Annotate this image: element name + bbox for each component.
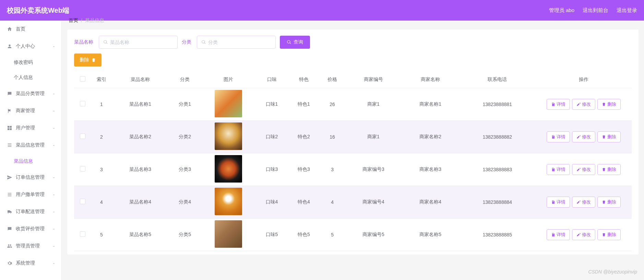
goto-front-link[interactable]: 退出到前台 [583, 7, 608, 14]
row-checkbox[interactable] [80, 166, 85, 172]
chevron-down-icon [52, 226, 56, 231]
cell-price: 3 [320, 153, 345, 186]
sidebar-subitem-菜品信息[interactable]: 菜品信息 [0, 154, 61, 169]
cell-shop-no: 商家1 [345, 88, 402, 120]
table-row: 5菜品名称5分类5口味5特色55商家编号5商家名称513823888885详情修… [74, 218, 632, 251]
dish-thumbnail [215, 122, 242, 150]
cell-actions: 详情修改删除 [536, 186, 632, 218]
table-header-row: 索引菜品名称分类图片口味特色价格商家编号商家名称联系电话操作 [74, 71, 632, 88]
sidebar-item-菜品分类管理[interactable]: 菜品分类管理 [0, 85, 61, 102]
cell-idx: 2 [91, 120, 112, 153]
cell-name: 菜品名称5 [112, 218, 169, 251]
cell-category: 分类5 [169, 218, 201, 251]
cell-idx: 5 [91, 218, 112, 251]
detail-button[interactable]: 详情 [547, 197, 570, 208]
cell-category: 分类1 [169, 88, 201, 120]
dish-thumbnail [215, 90, 242, 117]
dish-thumbnail [215, 155, 242, 183]
data-table: 索引菜品名称分类图片口味特色价格商家编号商家名称联系电话操作 1菜品名称1分类1… [74, 71, 632, 251]
trash-icon [602, 233, 606, 237]
breadcrumb-current: 菜品信息 [85, 18, 104, 24]
search-category-input-wrap[interactable] [197, 36, 276, 49]
sidebar-item-用户管理[interactable]: 用户管理 [0, 119, 61, 137]
sidebar-subitem-个人信息[interactable]: 个人信息 [0, 70, 61, 85]
detail-button[interactable]: 详情 [547, 229, 570, 240]
edit-button[interactable]: 修改 [572, 164, 595, 175]
sidebar-item-订单信息管理[interactable]: 订单信息管理 [0, 169, 61, 186]
sidebar-item-管理员管理[interactable]: 管理员管理 [0, 237, 61, 255]
sidebar-item-订单配送管理[interactable]: 订单配送管理 [0, 203, 61, 220]
delete-button[interactable]: 删除 [597, 197, 621, 208]
row-checkbox[interactable] [80, 199, 85, 204]
current-user-link[interactable]: 管理员 abo [549, 7, 574, 14]
row-checkbox[interactable] [80, 231, 85, 237]
detail-button[interactable]: 详情 [547, 99, 570, 110]
cell-feature: 特色3 [288, 153, 320, 186]
cell-price: 16 [320, 120, 345, 153]
col-header [74, 71, 91, 88]
trash-icon [602, 200, 606, 204]
edit-button[interactable]: 修改 [572, 131, 595, 142]
select-all-checkbox[interactable] [80, 76, 85, 82]
cell-shop-no: 商家编号4 [345, 186, 402, 218]
sidebar-item-label: 管理员管理 [16, 243, 40, 249]
doc-icon [551, 102, 555, 106]
cell-phone: 13823888883 [459, 153, 536, 186]
truck-icon [7, 209, 12, 214]
sidebar-item-收货评价管理[interactable]: 收货评价管理 [0, 220, 61, 237]
table-body: 1菜品名称1分类1口味1特色126商家1商家名称113823888881详情修改… [74, 88, 632, 251]
sidebar-item-菜品信息管理[interactable]: 菜品信息管理 [0, 137, 61, 154]
sidebar-item-label: 商家管理 [16, 108, 35, 114]
list-icon [7, 142, 12, 148]
search-name-input[interactable] [110, 39, 173, 45]
sidebar-item-首页[interactable]: 首页 [0, 21, 61, 38]
delete-button[interactable]: 删除 [597, 99, 621, 110]
cell-taste: 口味5 [256, 218, 288, 251]
sidebar-item-个人中心[interactable]: 个人中心 [0, 38, 61, 55]
cell-shop-name: 商家名称1 [402, 88, 459, 120]
delete-button[interactable]: 删除 [597, 229, 621, 240]
breadcrumb-root[interactable]: 首页 [69, 18, 78, 24]
cell-shop-name: 商家名称2 [402, 120, 459, 153]
sidebar-subitem-修改密码[interactable]: 修改密码 [0, 55, 61, 70]
search-category-input[interactable] [208, 39, 271, 45]
sidebar-item-系统管理[interactable]: 系统管理 [0, 255, 61, 272]
cell-price: 5 [320, 218, 345, 251]
cell-idx: 4 [91, 186, 112, 218]
home-icon [7, 26, 12, 32]
cell-price: 26 [320, 88, 345, 120]
edit-button[interactable]: 修改 [572, 99, 595, 110]
search-button[interactable]: 查询 [280, 36, 310, 49]
detail-button[interactable]: 详情 [547, 164, 570, 175]
cell-taste: 口味2 [256, 120, 288, 153]
sidebar-item-商家管理[interactable]: 商家管理 [0, 102, 61, 119]
row-checkbox[interactable] [80, 133, 85, 139]
table-row: 1菜品名称1分类1口味1特色126商家1商家名称113823888881详情修改… [74, 88, 632, 120]
cell-taste: 口味4 [256, 186, 288, 218]
table-row: 4菜品名称4分类4口味4特色44商家编号4商家名称413823888884详情修… [74, 186, 632, 218]
sidebar-item-label: 订单配送管理 [16, 209, 45, 215]
cell-name: 菜品名称4 [112, 186, 169, 218]
list-icon [7, 192, 12, 197]
col-header: 联系电话 [459, 71, 536, 88]
cell-feature: 特色2 [288, 120, 320, 153]
sidebar-item-用户撤单管理[interactable]: 用户撤单管理 [0, 186, 61, 203]
grid-icon [7, 125, 12, 131]
col-header: 菜品名称 [112, 71, 169, 88]
col-header: 图片 [201, 71, 256, 88]
edit-button[interactable]: 修改 [572, 197, 595, 208]
col-header: 商家编号 [345, 71, 402, 88]
edit-button[interactable]: 修改 [572, 229, 595, 240]
breadcrumb: 首页 / 菜品信息 [69, 16, 639, 25]
edit-icon [576, 167, 581, 172]
detail-button[interactable]: 详情 [547, 131, 570, 142]
search-name-input-wrap[interactable] [99, 36, 178, 49]
delete-button[interactable]: 删除 [597, 131, 621, 142]
sidebar-item-label: 用户管理 [16, 125, 35, 131]
row-checkbox[interactable] [80, 101, 85, 106]
logout-link[interactable]: 退出登录 [617, 7, 637, 14]
users-icon [7, 243, 12, 249]
bulk-delete-button[interactable]: 删除 [74, 54, 102, 67]
col-header: 分类 [169, 71, 201, 88]
delete-button[interactable]: 删除 [597, 164, 621, 175]
